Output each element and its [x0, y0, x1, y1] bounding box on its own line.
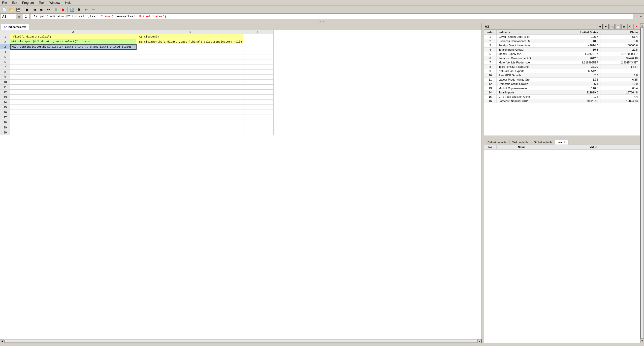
table-row[interactable]: 15 CPI: Food and Non Alcho 1.4 4.4 [484, 95, 640, 99]
cell-C9[interactable] [243, 75, 273, 80]
cell-C14[interactable] [243, 100, 273, 105]
formula-input[interactable]: =A2.join(Indicator,B2:Indicator,Last:'Ch… [31, 14, 633, 19]
cell-A16[interactable] [10, 110, 136, 115]
cell-A11[interactable] [10, 85, 136, 90]
cell-A5[interactable] [10, 54, 136, 59]
tab-indicators[interactable]: P indicators.dfx [1, 24, 29, 30]
scroll-left-btn[interactable]: ◄ [0, 339, 4, 343]
table-row[interactable]: 8 Teled--ensity: Fixed Line 37.09 14.67 [484, 65, 640, 69]
cell-B10[interactable] [136, 80, 243, 85]
clear-button[interactable]: ✖ [76, 7, 82, 13]
cell-A7[interactable] [10, 64, 136, 70]
cell-B2[interactable]: =B1.xlsimport@t(Indicator,Last;"China").… [136, 39, 243, 44]
scrollbar-track[interactable] [5, 340, 477, 343]
cell-C11[interactable] [243, 85, 273, 90]
cell-C5[interactable] [243, 54, 273, 59]
step-to-start[interactable]: ⏮ [31, 7, 38, 13]
menu-file[interactable]: File [1, 1, 8, 5]
nav-back-btn[interactable]: ◄ [597, 24, 603, 29]
cell-C19[interactable] [243, 125, 273, 130]
table-row[interactable]: 10 Real GDP Growth 2.6 6.8 [484, 73, 640, 78]
cell-A1[interactable]: =file("Indicators.xlsx") [10, 34, 136, 39]
cell-A18[interactable] [10, 120, 136, 125]
copy-btn[interactable]: 📋 [615, 24, 621, 29]
table-row[interactable]: 9 Natural Gas: Exports 65542.0 [484, 69, 640, 73]
cell-B20[interactable] [136, 130, 243, 135]
cell-A20[interactable] [10, 130, 136, 135]
scroll-up-formula[interactable]: ▲ [634, 15, 638, 19]
cell-B5[interactable] [136, 54, 243, 59]
menu-tool[interactable]: Tool [38, 1, 45, 5]
nav-forward-btn[interactable]: ► [603, 24, 609, 29]
step-over[interactable]: ⏭ [39, 7, 45, 13]
cell-C17[interactable] [243, 115, 273, 120]
table-row[interactable]: 3 Foreign Direct Inves--tme 49814.0 8036… [484, 43, 640, 48]
save-button[interactable]: 💾 [15, 7, 21, 13]
tab-global-variable[interactable]: Global variable [531, 140, 555, 145]
cell-B16[interactable] [136, 110, 243, 115]
redo-button[interactable]: ↪ [90, 7, 96, 13]
cell-C13[interactable] [243, 95, 273, 100]
cell-A17[interactable] [10, 115, 136, 120]
cell-C8[interactable] [243, 70, 273, 75]
table-row[interactable]: 2 Business Confi--dence: N 18.6 3.0 [484, 39, 640, 43]
cell-C1[interactable] [243, 34, 273, 39]
tab-watch[interactable]: Watch [555, 140, 568, 145]
table-row[interactable]: 14 Total Imports 211899.0 137864.8 [484, 90, 640, 95]
zoom-btn[interactable]: 🔍 [609, 24, 615, 29]
cell-C10[interactable] [243, 80, 273, 85]
scroll-down-btn[interactable]: ▼ [640, 339, 644, 343]
cell-B9[interactable] [136, 75, 243, 80]
cell-B8[interactable] [136, 70, 243, 75]
tab-task-variable[interactable]: Task variable [509, 140, 531, 145]
cell-B11[interactable] [136, 85, 243, 90]
cell-B6[interactable] [136, 59, 243, 64]
table-row[interactable]: 6 Forecast: Gover--nment D 7612.0 32426.… [484, 56, 640, 60]
cell-A12[interactable] [10, 90, 136, 95]
close-panel-btn[interactable]: ✕ [633, 24, 639, 29]
cell-C7[interactable] [243, 64, 273, 70]
cell-A8[interactable] [10, 70, 136, 75]
menu-window[interactable]: Window [48, 1, 61, 5]
new-button[interactable]: 📄 [1, 7, 7, 13]
table-row[interactable]: 5 Money Supply M2 1.38584E7 2.52130309E7 [484, 52, 640, 56]
cell-A9[interactable] [10, 75, 136, 80]
menu-program[interactable]: Program [21, 1, 35, 5]
cell-B17[interactable] [136, 115, 243, 120]
cell-A2[interactable]: =B1.xlsimport@t(Indicator,Last).select(I… [10, 39, 136, 44]
col-header-C[interactable]: C [243, 30, 273, 34]
cell-C18[interactable] [243, 120, 273, 125]
cell-A13[interactable] [10, 95, 136, 100]
menu-edit[interactable]: Edit [11, 1, 18, 5]
table-row[interactable]: 12 Domestic Credit Growth 5.1 12.0 [484, 82, 640, 86]
cell-C12[interactable] [243, 90, 273, 95]
cell-C6[interactable] [243, 59, 273, 64]
cell-B18[interactable] [136, 120, 243, 125]
open-button[interactable]: 📂 [8, 7, 14, 13]
cell-A19[interactable] [10, 125, 136, 130]
cell-C16[interactable] [243, 110, 273, 115]
cell-C20[interactable] [243, 130, 273, 135]
pause-button[interactable]: ⏸ [53, 7, 59, 13]
table-row[interactable]: 7 Motor Vehicle Produ--ctio 1.1189985E7 … [484, 60, 640, 65]
step-into[interactable]: ↪ [46, 7, 52, 13]
data-table-container[interactable]: Index Indicator United States China 1 Go… [484, 30, 640, 135]
cell-B1[interactable]: =A1.xlsopen() [136, 34, 243, 39]
tab-cellset-variable[interactable]: Cellset variable [485, 140, 509, 145]
grid-scroll[interactable]: A B C 1 =file("Indicators.xlsx") =A1.xls… [0, 30, 481, 339]
cell-B13[interactable] [136, 95, 243, 100]
cell-B12[interactable] [136, 90, 243, 95]
stop-button[interactable]: ⏺ [60, 7, 66, 13]
undo-button[interactable]: ↩ [83, 7, 89, 13]
scroll-down-formula[interactable]: ▼ [639, 15, 643, 19]
cell-A14[interactable] [10, 100, 136, 105]
col-header-B[interactable]: B [136, 30, 243, 34]
v-scroll-track[interactable] [640, 28, 644, 339]
cell-B7[interactable] [136, 64, 243, 70]
grid-btn[interactable]: ⊞ [621, 24, 627, 29]
run-button[interactable]: ▶ [24, 7, 30, 13]
cell-B4[interactable] [136, 49, 243, 54]
line-number-input[interactable] [22, 14, 30, 19]
cell-reference-input[interactable] [1, 14, 16, 19]
cell-C2[interactable] [243, 39, 273, 44]
